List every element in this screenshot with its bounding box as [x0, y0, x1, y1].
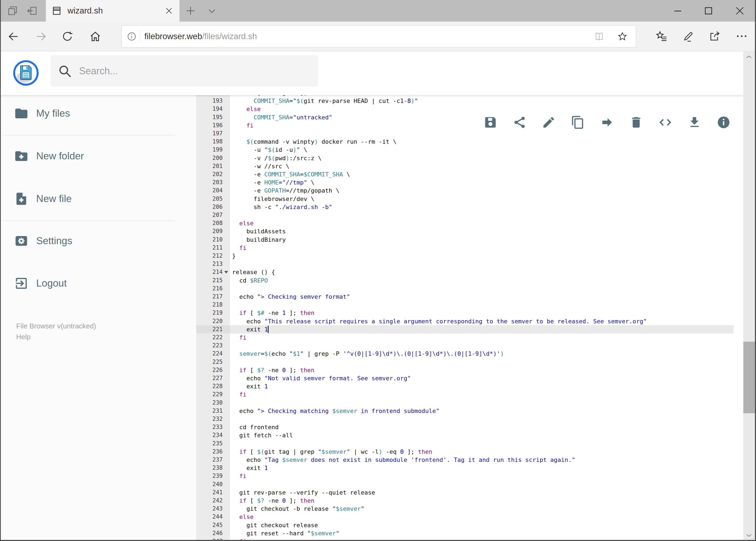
sidebar-item-new-folder[interactable]: New folder: [0, 146, 183, 166]
code-line[interactable]: 226 if [ $? -ne 0 ]; then: [196, 366, 743, 374]
info-button[interactable]: [717, 115, 731, 129]
scroll-up-icon[interactable]: [745, 53, 753, 61]
code-line[interactable]: 228 exit 1: [196, 382, 743, 390]
browser-tab[interactable]: wizard.sh: [46, 0, 179, 22]
tab-close-icon[interactable]: [164, 6, 173, 15]
code-line[interactable]: 239 fi: [196, 472, 743, 480]
code-line[interactable]: 199 -u "$(id -u)" \: [196, 146, 743, 154]
code-line[interactable]: 223: [196, 341, 743, 350]
code-line[interactable]: 212}: [196, 252, 743, 260]
code-editor[interactable]: 192 if [ -d ".git" ]; then193 COMMIT_SHA…: [196, 95, 743, 541]
code-line[interactable]: 215 cd $REPO: [196, 276, 743, 285]
code-line[interactable]: 205 filebrowser/dev \: [196, 195, 743, 203]
sidebar-item-label: New folder: [36, 146, 84, 166]
url-bar[interactable]: filebrowser.web/files/wizard.sh: [122, 25, 636, 48]
minimize-button[interactable]: [672, 5, 684, 17]
code-line[interactable]: 220 echo "This release script requires a…: [196, 317, 743, 325]
help-link[interactable]: Help: [16, 333, 31, 341]
code-line[interactable]: 214release () {: [196, 268, 743, 276]
code-line[interactable]: 210 buildBinary: [196, 236, 743, 244]
code-line[interactable]: 197: [196, 129, 743, 138]
code-line[interactable]: 236 if [ $(git tag | grep "$semver" | wc…: [196, 447, 743, 456]
more-options-icon[interactable]: [735, 30, 748, 42]
code-line[interactable]: 242 if [ $? -ne 0 ]; then: [196, 496, 743, 505]
info-icon: [717, 115, 731, 129]
code-line[interactable]: 204 -e GOPATH=//tmp/gopath \: [196, 186, 743, 195]
refresh-icon[interactable]: [62, 31, 74, 42]
forward-icon[interactable]: [35, 31, 47, 42]
sidebar-item-logout[interactable]: Logout: [0, 273, 183, 293]
code-line[interactable]: 213: [196, 260, 743, 268]
favorite-star-icon[interactable]: [617, 31, 628, 42]
edit-button[interactable]: [542, 115, 556, 129]
delete-button[interactable]: [629, 115, 643, 129]
code-line[interactable]: 234 git fetch --all: [196, 431, 743, 439]
new-tab-button[interactable]: [185, 5, 196, 17]
share-page-icon[interactable]: [708, 30, 721, 42]
code-line[interactable]: 206 sh -c "./wizard.sh -b": [196, 203, 743, 211]
window-close-button[interactable]: [734, 5, 746, 17]
code-line[interactable]: 246 git reset --hard "$semver": [196, 529, 743, 537]
code-line[interactable]: 245 git checkout release: [196, 521, 743, 529]
code-line[interactable]: 233 cd frontend: [196, 423, 743, 431]
code-line[interactable]: 216: [196, 284, 743, 293]
code-line[interactable]: 221 exit 1: [196, 325, 743, 333]
code-line[interactable]: 225: [196, 358, 743, 366]
code-line[interactable]: 241 git rev-parse --verify --quiet relea…: [196, 488, 743, 497]
code-line[interactable]: 202 -e COMMIT_SHA=$COMMIT_SHA \: [196, 170, 743, 179]
sidebar-item-new-file[interactable]: New file: [0, 189, 183, 209]
code-line-text: echo "> Checking matching $semver in fro…: [232, 407, 439, 415]
code-line[interactable]: 198 $(command -v winpty) docker run --rm…: [196, 138, 743, 146]
code-line[interactable]: 227 echo "Not valid semver format. See s…: [196, 374, 743, 382]
code-line[interactable]: 237 echo "Tag $semver does not exist in …: [196, 456, 743, 464]
code-line[interactable]: 222 fi: [196, 333, 743, 342]
code-line[interactable]: 235: [196, 439, 743, 448]
tabs-aside-icon[interactable]: [26, 5, 38, 16]
annotate-pen-icon[interactable]: [682, 30, 695, 42]
code-line[interactable]: 211 fi: [196, 244, 743, 252]
scroll-down-icon[interactable]: [745, 531, 753, 539]
code-line[interactable]: 201 -w //src \: [196, 162, 743, 171]
share-button[interactable]: [513, 115, 527, 129]
code-line[interactable]: 229 fi: [196, 390, 743, 399]
home-icon[interactable]: [89, 31, 101, 42]
code-line[interactable]: 230: [196, 399, 743, 407]
code-line[interactable]: 200 -v /$(pwd):/src:z \: [196, 154, 743, 162]
code-line[interactable]: 207: [196, 211, 743, 219]
code-line[interactable]: 203 -e HOME="//tmp" \: [196, 178, 743, 187]
code-line[interactable]: 208 else: [196, 219, 743, 228]
scrollbar-thumb[interactable]: [743, 342, 755, 413]
tab-preview-icon[interactable]: [7, 5, 18, 16]
code-line[interactable]: 194 else: [196, 105, 743, 113]
reading-view-icon[interactable]: [594, 31, 604, 42]
code-line[interactable]: 218: [196, 300, 743, 309]
page-scrollbar[interactable]: [743, 51, 755, 541]
code-line[interactable]: 224 semver=$(echo "$1" | grep -P '^v(0|[…: [196, 349, 743, 358]
download-button[interactable]: [687, 115, 701, 129]
app-header: [0, 51, 743, 95]
copy-button[interactable]: [571, 115, 585, 129]
site-info-icon[interactable]: [126, 31, 137, 42]
fold-arrow-icon[interactable]: [224, 271, 228, 273]
maximize-button[interactable]: [702, 5, 714, 17]
code-line[interactable]: 244 else: [196, 513, 743, 521]
save-button[interactable]: [483, 115, 497, 129]
code-line[interactable]: 209 buildAssets: [196, 227, 743, 236]
move-button[interactable]: [600, 115, 614, 129]
code-line-text: fi: [232, 244, 246, 252]
line-number: 193: [196, 97, 230, 105]
tab-list-chevron-icon[interactable]: [206, 5, 218, 17]
code-line[interactable]: 232: [196, 415, 743, 423]
back-icon[interactable]: [8, 31, 19, 42]
sidebar-item-my-files[interactable]: My files: [0, 104, 183, 123]
code-line[interactable]: 240: [196, 480, 743, 489]
code-line[interactable]: 238 exit 1: [196, 464, 743, 472]
sidebar-item-settings[interactable]: Settings: [0, 231, 183, 251]
favorites-hub-icon[interactable]: [655, 30, 668, 42]
code-line[interactable]: 193 COMMIT_SHA="$(git rev-parse HEAD | c…: [196, 97, 743, 105]
code-line[interactable]: 231 echo "> Checking matching $semver in…: [196, 407, 743, 415]
code-line[interactable]: 219 if [ $# -ne 1 ]; then: [196, 309, 743, 317]
code-line[interactable]: 217 echo "> Checking semver format": [196, 292, 743, 301]
code-button[interactable]: [658, 115, 672, 129]
code-line[interactable]: 243 git checkout -b release "$semver": [196, 505, 743, 513]
